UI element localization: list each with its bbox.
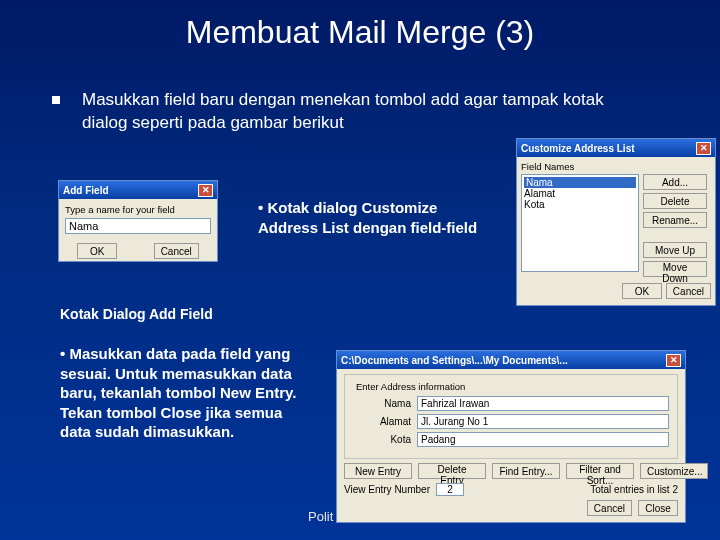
list-item[interactable]: Nama xyxy=(524,177,636,188)
slide-title: Membuat Mail Merge (3) xyxy=(0,0,720,51)
cancel-button[interactable]: Cancel xyxy=(666,283,711,299)
dialog-customize-address-list: Customize Address List ✕ Field Names Nam… xyxy=(516,138,716,306)
cancel-button[interactable]: Cancel xyxy=(587,500,632,516)
fieldnames-listbox[interactable]: Nama Alamat Kota xyxy=(521,174,639,272)
total-label: Total entries in list xyxy=(590,484,669,495)
nama-input[interactable] xyxy=(417,396,669,411)
addfield-prompt: Type a name for your field xyxy=(65,204,211,215)
close-icon[interactable]: ✕ xyxy=(198,184,213,197)
new-entry-button[interactable]: New Entry xyxy=(344,463,412,479)
moveup-button[interactable]: Move Up xyxy=(643,242,707,258)
close-icon[interactable]: ✕ xyxy=(666,354,681,367)
addfield-input[interactable] xyxy=(65,218,211,234)
alamat-label: Alamat xyxy=(353,416,411,427)
dialog-new-address-list: C:\Documents and Settings\...\My Documen… xyxy=(336,350,686,523)
titlebar-add-field: Add Field ✕ xyxy=(59,181,217,199)
list-item[interactable]: Alamat xyxy=(524,188,636,199)
bullet-icon xyxy=(52,96,60,104)
newentry-caption: • Masukkan data pada field yang sesuai. … xyxy=(60,344,300,442)
ok-button[interactable]: OK xyxy=(622,283,662,299)
addfield-caption: Kotak Dialog Add Field xyxy=(60,306,213,322)
close-button[interactable]: Close xyxy=(638,500,678,516)
kota-input[interactable] xyxy=(417,432,669,447)
bullet-text: Masukkan field baru dengan menekan tombo… xyxy=(82,89,650,135)
delete-entry-button[interactable]: Delete Entry xyxy=(418,463,486,479)
group-title: Enter Address information xyxy=(353,381,468,392)
titlebar-text: Add Field xyxy=(63,185,109,196)
bullet-block: Masukkan field baru dengan menekan tombo… xyxy=(0,51,720,135)
titlebar-customize: Customize Address List ✕ xyxy=(517,139,715,157)
ok-button[interactable]: OK xyxy=(77,243,117,259)
titlebar-text: Customize Address List xyxy=(521,143,635,154)
rename-button[interactable]: Rename... xyxy=(643,212,707,228)
delete-button[interactable]: Delete xyxy=(643,193,707,209)
view-entry-number[interactable]: 2 xyxy=(436,483,464,496)
movedown-button[interactable]: Move Down xyxy=(643,261,707,277)
cancel-button[interactable]: Cancel xyxy=(154,243,199,259)
add-button[interactable]: Add... xyxy=(643,174,707,190)
customize-caption: • Kotak dialog Customize Address List de… xyxy=(258,198,488,237)
list-item[interactable]: Kota xyxy=(524,199,636,210)
customize-button[interactable]: Customize... xyxy=(640,463,708,479)
fieldnames-label: Field Names xyxy=(521,161,711,172)
total-value: 2 xyxy=(672,484,678,495)
kota-label: Kota xyxy=(353,434,411,445)
dialog-add-field: Add Field ✕ Type a name for your field O… xyxy=(58,180,218,262)
alamat-input[interactable] xyxy=(417,414,669,429)
view-entry-label: View Entry Number xyxy=(344,484,430,495)
find-entry-button[interactable]: Find Entry... xyxy=(492,463,560,479)
titlebar-newlist: C:\Documents and Settings\...\My Documen… xyxy=(337,351,685,369)
close-icon[interactable]: ✕ xyxy=(696,142,711,155)
footer-text: Polit xyxy=(308,509,333,524)
titlebar-text: C:\Documents and Settings\...\My Documen… xyxy=(341,355,568,366)
filter-sort-button[interactable]: Filter and Sort... xyxy=(566,463,634,479)
nama-label: Nama xyxy=(353,398,411,409)
